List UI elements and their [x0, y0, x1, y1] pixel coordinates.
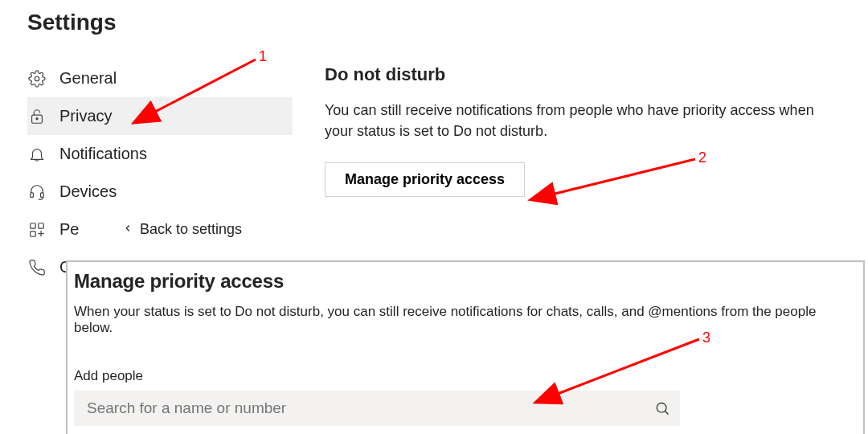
svg-point-0	[35, 76, 39, 81]
sidebar-item-label: Devices	[59, 182, 117, 201]
add-people-label: Add people	[74, 368, 857, 384]
dnd-title: Do not disturb	[325, 64, 868, 85]
bell-icon	[27, 145, 47, 164]
panel-title: Manage priority access	[74, 270, 857, 293]
settings-content: Do not disturb You can still receive not…	[293, 59, 868, 286]
svg-point-8	[657, 403, 666, 412]
svg-rect-4	[41, 192, 44, 197]
gear-icon	[27, 69, 47, 88]
phone-icon	[27, 258, 47, 277]
chevron-left-icon	[122, 221, 135, 238]
sidebar-item-label: Notifications	[59, 145, 147, 163]
sidebar-item-label: Pe	[59, 220, 79, 239]
annotation-1: 1	[259, 48, 267, 65]
svg-rect-3	[31, 192, 34, 197]
manage-priority-access-panel: Manage priority access When your status …	[66, 260, 865, 434]
panel-description: When your status is set to Do not distur…	[74, 304, 857, 336]
dnd-description: You can still receive notifications from…	[325, 100, 823, 141]
sidebar-item-label: Privacy	[59, 107, 113, 125]
apps-icon	[27, 220, 47, 240]
manage-priority-access-button[interactable]: Manage priority access	[325, 162, 525, 197]
sidebar-item-label: General	[59, 69, 117, 88]
search-icon	[645, 391, 680, 426]
sidebar-item-permissions[interactable]: Pe Back to settings	[27, 211, 293, 248]
sidebar-item-devices[interactable]: Devices	[27, 173, 293, 211]
svg-rect-5	[31, 223, 35, 227]
sidebar-item-general[interactable]: General	[27, 59, 293, 97]
sidebar-item-privacy[interactable]: Privacy	[27, 97, 293, 135]
svg-rect-6	[39, 223, 43, 227]
svg-line-9	[665, 411, 669, 415]
settings-sidebar: General Privacy Notifications Devices	[27, 59, 293, 286]
search-input[interactable]	[74, 391, 645, 426]
lock-icon	[27, 107, 47, 126]
search-box[interactable]	[74, 391, 680, 426]
back-to-settings-link[interactable]: Back to settings	[122, 211, 242, 248]
annotation-2: 2	[698, 149, 706, 166]
page-title: Settings	[27, 10, 868, 35]
sidebar-item-notifications[interactable]: Notifications	[27, 135, 293, 173]
svg-rect-7	[31, 231, 35, 235]
svg-point-2	[36, 117, 38, 119]
annotation-3: 3	[702, 330, 710, 346]
back-label: Back to settings	[140, 221, 242, 238]
headset-icon	[27, 182, 47, 202]
